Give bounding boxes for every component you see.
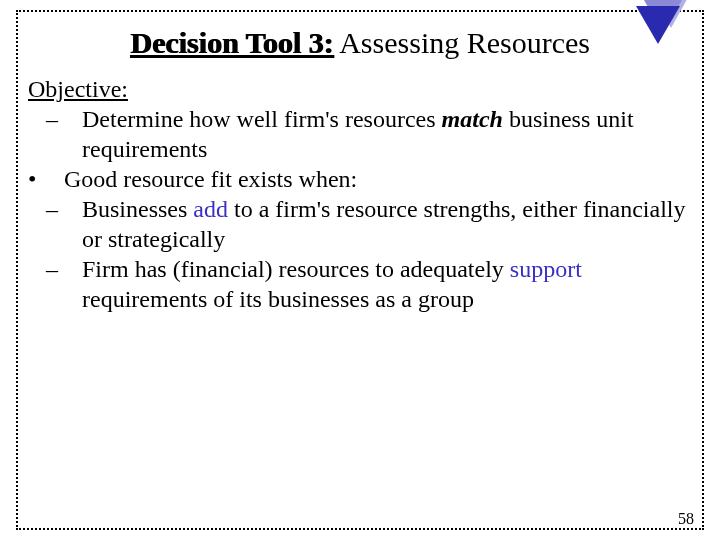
triangle-stack-icon bbox=[622, 0, 702, 64]
page-number: 58 bbox=[678, 510, 694, 528]
svg-marker-2 bbox=[636, 6, 680, 44]
slide-border bbox=[16, 10, 704, 530]
